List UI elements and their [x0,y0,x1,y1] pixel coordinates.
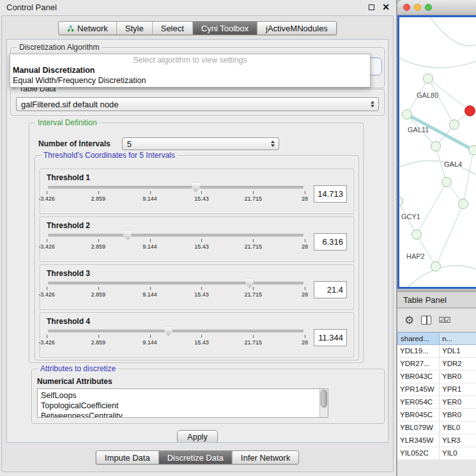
table-row[interactable]: YBR043CYBR0 [397,371,476,383]
threshold-3-value-input[interactable] [314,281,347,298]
network-node[interactable] [423,73,433,84]
table-cell: YBR0 [440,371,476,383]
network-node[interactable] [431,141,441,151]
tab-cyni-toolbox[interactable]: Cyni Toolbox [193,22,257,35]
float-window-icon[interactable] [369,4,374,10]
table-cell: YBR045C [397,409,440,421]
network-node[interactable] [411,229,422,240]
combobox-value: 5 [123,139,268,149]
slider-track[interactable] [48,234,303,236]
threshold-4-panel: Threshold 4 -3.4262.8599.14415.4321.7152… [40,312,354,358]
tab-impute-data[interactable]: Impute Data [96,451,159,464]
slider-track[interactable] [48,282,303,284]
network-node[interactable] [441,177,452,187]
window-title: Control Panel [6,3,369,12]
threshold-2-slider[interactable]: -3.4262.8599.14415.4321.71528 [47,234,305,250]
table-panel: ⚙ ☑☑ shared... n... YDL19...YDL1YDR27...… [397,309,476,476]
network-canvas[interactable]: GAL80GAL11GAL4GCY1HAP2 [399,17,476,287]
network-node-red[interactable] [464,105,475,116]
tab-label: Style [125,24,144,33]
scrollbar-thumb[interactable] [321,390,327,408]
list-item[interactable]: BetweennessCentrality [39,411,328,418]
tab-select[interactable]: Select [153,22,193,35]
close-icon[interactable]: ✕ [382,3,390,12]
table-row[interactable]: YDR27...YDR2 [397,358,476,371]
table-row[interactable]: YBR045CYBR0 [397,409,476,422]
threshold-2-value-input[interactable] [314,233,347,250]
table-row[interactable]: YDL19...YDL1 [397,345,476,358]
table-row[interactable]: YER054CYER0 [397,396,476,409]
slider-tick [305,191,305,194]
table-toolbar: ⚙ ☑☑ [397,309,476,332]
close-traffic-light[interactable] [403,4,410,11]
group-title: Attributes to discretize [38,364,118,373]
cyni-toolbox-panel: Discretization Algorithm Select algorith… [6,39,388,443]
tab-style[interactable]: Style [117,22,153,35]
list-item[interactable]: TopologicalCoefficient [39,401,328,411]
table-cell: YER0 [440,396,476,408]
network-node[interactable] [458,199,468,209]
threshold-3-slider[interactable]: -3.4262.8599.14415.4321.71528 [47,282,305,298]
slider-scale: -3.4262.8599.14415.4321.71528 [47,291,305,298]
table-cell: YDL1 [440,345,476,357]
threshold-4-slider[interactable]: -3.4262.8599.14415.4321.71528 [47,330,305,346]
dropdown-option[interactable]: Manual Discretization [10,65,370,75]
threshold-1-slider[interactable]: -3.4262.8599.14415.4321.71528 [47,186,305,203]
algorithm-dropdown-list: Select algorithm to view settings Manual… [10,54,371,88]
slider-ticks [47,287,305,291]
tab-network[interactable]: Network [59,22,117,35]
network-view-frame: GAL80GAL11GAL4GCY1HAP2 [397,15,476,289]
dropdown-option[interactable]: Equal Width/Frequency Discretization [10,75,370,86]
table-row[interactable]: YLR345WYLR3 [397,434,476,447]
network-window: GAL80GAL11GAL4GCY1HAP2 [397,0,476,289]
tab-label: Cyni Toolbox [201,24,249,33]
slider-tick-label: 21.715 [244,339,262,346]
group-title: Discretization Algorithm [17,43,102,52]
attributes-to-discretize-group: Attributes to discretize Numerical Attri… [31,369,385,424]
slider-track[interactable] [48,186,303,188]
zoom-traffic-light[interactable] [425,4,432,11]
threshold-label: Threshold 3 [47,269,347,278]
slider-tick-label: 9.144 [142,243,157,250]
network-node[interactable] [449,119,459,130]
number-of-intervals-combobox[interactable]: 5 [122,137,279,150]
slider-tick-label: 15.43 [194,291,209,298]
numerical-attributes-label: Numerical Attributes [37,377,379,386]
slider-tick [150,191,151,194]
threshold-4-value-input[interactable] [314,329,347,346]
slider-tick [201,335,202,338]
threshold-1-value-input[interactable] [314,185,347,203]
table-row[interactable]: YBL079WYBL0 [397,422,476,434]
tab-jactivemnodules[interactable]: jActiveMNodules [257,22,336,35]
minimize-traffic-light[interactable] [414,4,421,11]
slider-ticks [47,239,305,243]
column-header-shared-name[interactable]: shared... [397,332,440,345]
network-node[interactable] [431,261,441,272]
table-cell: YLR345W [397,434,440,447]
apply-button[interactable]: Apply [177,430,218,443]
select-all-checks-icon[interactable]: ☑☑ [438,316,450,325]
list-scrollbar[interactable] [319,389,328,417]
tab-discretize-data[interactable]: Discretize Data [159,451,233,464]
table-data-combobox[interactable]: galFiltered.sif default node [16,97,379,111]
table-row[interactable]: YIL052CYIL0 [397,447,476,460]
tab-infer-network[interactable]: Infer Network [233,451,298,464]
group-title: Threshold's Coordinates for 5 Intervals [41,151,178,160]
list-item[interactable]: SelfLoops [39,390,328,401]
table-cell: YBL079W [397,422,440,434]
gear-icon[interactable]: ⚙ [404,315,414,326]
numerical-attributes-list[interactable]: SelfLoopsTopologicalCoefficientBetweenne… [37,388,328,418]
slider-tick [253,239,254,242]
network-node-label: GAL11 [408,126,429,134]
network-node-label: GCY1 [401,213,420,220]
slider-tick [253,335,254,338]
slider-track[interactable] [48,330,303,332]
network-node[interactable] [402,109,412,119]
table-row[interactable]: YPR145WYPR1 [397,383,476,396]
columns-icon[interactable] [421,316,431,325]
network-node[interactable] [468,145,476,155]
slider-tick [150,287,151,290]
table-cell: YER054C [397,396,440,408]
slider-tick [98,239,99,242]
column-header-name[interactable]: n... [440,332,476,345]
